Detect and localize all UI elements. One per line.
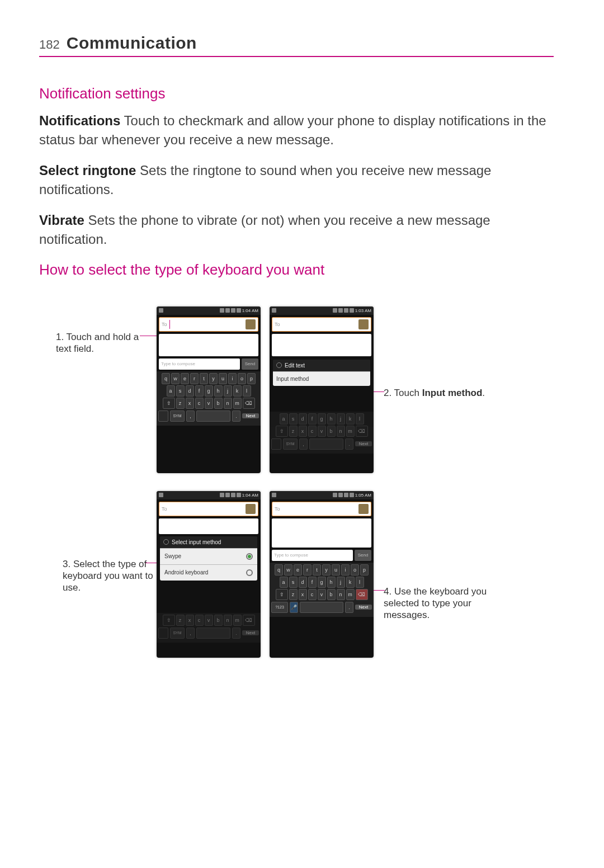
key-v[interactable]: v bbox=[205, 398, 213, 409]
status-icon bbox=[350, 308, 354, 313]
shift-key[interactable]: ⇧ bbox=[163, 398, 175, 409]
key-o[interactable]: o bbox=[238, 373, 246, 384]
spacebar bbox=[196, 628, 230, 639]
key-r[interactable]: r bbox=[303, 564, 312, 575]
key-u[interactable]: u bbox=[219, 373, 227, 384]
next-key[interactable]: Next bbox=[355, 605, 372, 610]
key-n[interactable]: n bbox=[337, 589, 345, 600]
key-c[interactable]: c bbox=[308, 589, 317, 600]
key-v[interactable]: v bbox=[318, 589, 326, 600]
spacebar[interactable] bbox=[196, 411, 230, 422]
key-z[interactable]: z bbox=[176, 398, 185, 409]
to-field[interactable]: To bbox=[159, 502, 258, 516]
key-x[interactable]: x bbox=[299, 589, 307, 600]
key-m[interactable]: m bbox=[233, 398, 242, 409]
key-e[interactable]: e bbox=[181, 373, 189, 384]
key-n[interactable]: n bbox=[224, 398, 232, 409]
mic-key[interactable]: 🎤 bbox=[290, 602, 298, 613]
comma-key[interactable]: , bbox=[186, 411, 195, 422]
key-k[interactable]: k bbox=[346, 577, 355, 588]
key-c[interactable]: c bbox=[195, 398, 204, 409]
key-a[interactable]: a bbox=[280, 577, 288, 588]
backspace-key[interactable]: ⌫ bbox=[243, 398, 255, 409]
key-p[interactable]: p bbox=[247, 373, 256, 384]
key-i[interactable]: i bbox=[341, 564, 350, 575]
key-m[interactable]: m bbox=[346, 589, 355, 600]
option-swype[interactable]: Swype bbox=[160, 548, 257, 564]
option-label: Android keyboard bbox=[164, 569, 208, 575]
key-j[interactable]: j bbox=[337, 577, 345, 588]
to-label: To bbox=[162, 506, 167, 512]
key-k[interactable]: k bbox=[233, 385, 242, 397]
send-button[interactable]: Send bbox=[242, 358, 258, 370]
key-w[interactable]: w bbox=[284, 564, 292, 575]
key-s: s bbox=[289, 413, 298, 424]
key-h[interactable]: h bbox=[214, 385, 223, 397]
key-u[interactable]: u bbox=[332, 564, 340, 575]
key-y[interactable]: y bbox=[209, 373, 218, 384]
next-key: Next bbox=[355, 441, 372, 446]
key-e[interactable]: e bbox=[294, 564, 302, 575]
dialog-title: Select input method bbox=[160, 536, 257, 548]
menu-item-input-method[interactable]: Input method bbox=[273, 371, 370, 386]
key-r[interactable]: r bbox=[190, 373, 199, 384]
key-x[interactable]: x bbox=[186, 398, 194, 409]
callout-num: 4. bbox=[384, 586, 394, 597]
key-t[interactable]: t bbox=[313, 564, 321, 575]
contact-icon[interactable] bbox=[358, 319, 369, 329]
key-q[interactable]: q bbox=[162, 373, 170, 384]
key-p[interactable]: p bbox=[360, 564, 369, 575]
backspace-key[interactable]: ⌫ bbox=[356, 589, 368, 600]
key-h[interactable]: h bbox=[327, 577, 336, 588]
period-key[interactable]: . bbox=[345, 602, 353, 613]
key-w[interactable]: w bbox=[171, 373, 180, 384]
leader-line bbox=[374, 590, 385, 591]
sym-key[interactable]: SYM bbox=[170, 411, 185, 422]
key-b[interactable]: b bbox=[214, 398, 223, 409]
option-android-keyboard[interactable]: Android keyboard bbox=[160, 564, 257, 581]
key-q[interactable]: q bbox=[275, 564, 283, 575]
key-g[interactable]: g bbox=[318, 577, 326, 588]
status-icon bbox=[333, 493, 337, 497]
send-button[interactable]: Send bbox=[355, 550, 371, 561]
key-b[interactable]: b bbox=[327, 589, 336, 600]
key-z[interactable]: z bbox=[289, 589, 298, 600]
globe-key[interactable] bbox=[158, 411, 168, 422]
key-c: c bbox=[308, 426, 317, 437]
to-field[interactable]: To bbox=[272, 317, 371, 332]
key-s[interactable]: s bbox=[176, 385, 185, 397]
menu-item-label: Input method bbox=[276, 376, 309, 382]
key-g[interactable]: g bbox=[205, 385, 213, 397]
to-field[interactable]: To bbox=[159, 317, 258, 332]
contact-icon[interactable] bbox=[246, 504, 256, 514]
radio-unselected-icon bbox=[246, 569, 253, 576]
numbers-key[interactable]: ?123 bbox=[271, 602, 288, 613]
key-j[interactable]: j bbox=[224, 385, 232, 397]
paragraph-vibrate: Vibrate Sets the phone to vibrate (or no… bbox=[39, 211, 554, 248]
key-l[interactable]: l bbox=[356, 577, 364, 588]
key-i[interactable]: i bbox=[228, 373, 237, 384]
contact-icon[interactable] bbox=[246, 319, 256, 329]
compose-input[interactable]: Type to compose bbox=[272, 550, 353, 561]
to-field[interactable]: To bbox=[272, 502, 371, 516]
send-label: Send bbox=[358, 553, 369, 558]
next-key[interactable]: Next bbox=[242, 413, 259, 418]
shift-key[interactable]: ⇧ bbox=[276, 589, 288, 600]
option-label: Swype bbox=[164, 553, 181, 559]
key-s[interactable]: s bbox=[289, 577, 298, 588]
key-l[interactable]: l bbox=[243, 385, 251, 397]
key-o[interactable]: o bbox=[351, 564, 359, 575]
contact-icon[interactable] bbox=[358, 504, 369, 514]
spacebar[interactable] bbox=[300, 602, 343, 613]
period-key[interactable]: . bbox=[232, 411, 240, 422]
message-area bbox=[272, 334, 371, 356]
key-t[interactable]: t bbox=[200, 373, 208, 384]
key-d[interactable]: d bbox=[186, 385, 194, 397]
key-y[interactable]: y bbox=[322, 564, 331, 575]
key-f[interactable]: f bbox=[195, 385, 204, 397]
key-a[interactable]: a bbox=[167, 385, 175, 397]
key-d[interactable]: d bbox=[299, 577, 307, 588]
status-icon bbox=[344, 308, 348, 313]
key-f[interactable]: f bbox=[308, 577, 317, 588]
compose-input[interactable]: Type to compose bbox=[159, 358, 240, 370]
